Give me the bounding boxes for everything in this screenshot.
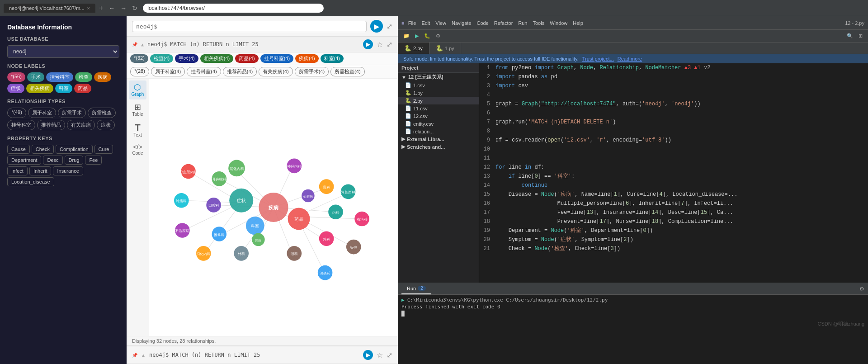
file-2py[interactable]: 🐍2.py [398, 97, 479, 104]
bottom-run-button[interactable]: ▶ [363, 350, 373, 360]
prop-drug[interactable]: Drug [65, 156, 84, 165]
filter-rel-related[interactable]: 有关疾病(4) [259, 67, 292, 76]
menu-edit[interactable]: Edit [421, 20, 430, 26]
filter-surgery[interactable]: 手术(4) [175, 54, 198, 63]
rel-chip-needs-surgery[interactable]: 所需手术 [58, 108, 86, 118]
database-select[interactable]: neo4j [7, 45, 119, 58]
label-chip-all[interactable]: *(56) [7, 72, 25, 82]
prop-insurance[interactable]: Insurance [53, 166, 83, 175]
prop-cure[interactable]: Cure [94, 145, 113, 154]
bottom-star-btn[interactable]: ☆ [377, 351, 383, 359]
label-chip-drug[interactable]: 药品 [74, 84, 91, 93]
file-relation[interactable]: 📄relation... [398, 128, 479, 135]
filter-all[interactable]: *(32) [130, 54, 148, 63]
filter-drug[interactable]: 药品(4) [235, 54, 258, 63]
graph-view-button[interactable]: ⬡ Graph [129, 80, 147, 99]
toolbar-folder[interactable]: 📁 [401, 32, 411, 40]
toolbar-settings[interactable]: ⚙ [434, 32, 442, 40]
forward-button[interactable]: → [118, 4, 128, 13]
menu-tools[interactable]: Tools [533, 20, 545, 26]
rel-chip-symptom[interactable]: 症状 [97, 120, 115, 130]
run-tab[interactable]: Run 2 [401, 283, 431, 294]
label-chip-dept[interactable]: 挂号科室 [46, 72, 73, 82]
prop-cause[interactable]: Cause [7, 145, 30, 154]
rel-chip-register[interactable]: 挂号科室 [7, 120, 35, 130]
rel-chip-related-disease[interactable]: 有关疾病 [67, 120, 95, 130]
bottom-pin-icon[interactable]: 📌 [132, 353, 137, 358]
filter-rel-belongs[interactable]: 属于科室(4) [151, 67, 185, 76]
label-chip-surgery[interactable]: 手术 [27, 72, 44, 82]
rel-chip-needs-check[interactable]: 所需检查 [88, 108, 116, 118]
toolbar-debug[interactable]: 🐛 [422, 32, 432, 40]
toolbar-run[interactable]: ▶ [413, 32, 420, 40]
top-run-button[interactable]: ▶ [370, 20, 383, 33]
pin-icon[interactable]: 📌 [132, 42, 137, 47]
new-tab-btn[interactable]: + [99, 4, 103, 12]
bottom-expand-btn[interactable]: ⤢ [387, 351, 392, 359]
rel-chip-recommend-drug[interactable]: 推荐药品 [37, 120, 65, 130]
label-chip-related[interactable]: 相关疾病 [26, 84, 53, 93]
tab-close-icon[interactable]: × [87, 5, 90, 11]
result-run-button[interactable]: ▶ [363, 39, 373, 49]
tab-2py[interactable]: 🐍 2.py [398, 43, 429, 54]
filter-rel-surgery[interactable]: 所需手术(4) [295, 67, 329, 76]
bottom-collapse-icon[interactable]: ▲ [141, 353, 146, 358]
top-query-input[interactable] [132, 21, 367, 32]
filter-rel-register[interactable]: 挂号科室(4) [187, 67, 221, 76]
rel-chip-belongs[interactable]: 属于科室 [28, 108, 56, 118]
file-12csv[interactable]: 📄12.csv [398, 112, 479, 120]
scratches[interactable]: ▶ Scratches and... [398, 143, 479, 151]
address-bar[interactable]: localhost:7474/browser/ [143, 4, 324, 13]
filter-rel-all[interactable]: *(28) [130, 67, 149, 76]
file-11csv[interactable]: 📄11.csv [398, 104, 479, 112]
prop-fee[interactable]: Fee [85, 156, 102, 165]
menu-window[interactable]: Window [550, 20, 567, 26]
filter-related-disease[interactable]: 相关疾病(4) [200, 54, 233, 63]
file-1csv[interactable]: 📄1.csv [398, 81, 479, 89]
table-view-button[interactable]: ⊞ Table [130, 100, 146, 119]
external-libs[interactable]: ▶ External Libra... [398, 135, 479, 143]
label-chip-dept2[interactable]: 科室 [55, 84, 72, 93]
prop-complication[interactable]: Complication [56, 145, 93, 154]
label-chip-check[interactable]: 检查 [75, 72, 92, 82]
trust-project-link[interactable]: Trust project... [582, 56, 614, 61]
text-view-button[interactable]: T Text [131, 120, 144, 140]
label-chip-symptom[interactable]: 症状 [7, 84, 24, 93]
toolbar-terminal[interactable]: ⊞ [857, 32, 864, 40]
filter-disease[interactable]: 疾病(4) [295, 54, 318, 63]
menu-file[interactable]: File [408, 20, 416, 26]
result-star-btn[interactable]: ☆ [377, 40, 383, 49]
prop-department[interactable]: Department [7, 156, 41, 165]
browser-tab[interactable]: neo4j@neo4j://localhost:7687/m... × [4, 4, 95, 13]
back-button[interactable]: ← [107, 4, 117, 13]
refresh-button[interactable]: ↻ [130, 4, 139, 13]
file-tree-root[interactable]: ▼ 12 [三元组关系] [398, 73, 479, 81]
filter-check[interactable]: 检查(4) [150, 54, 173, 63]
menu-view[interactable]: View [435, 20, 446, 26]
filter-rel-recommend[interactable]: 推荐药品(4) [223, 67, 257, 76]
collapse-icon[interactable]: ▲ [141, 42, 144, 47]
menu-run[interactable]: Run [518, 20, 527, 26]
graph-canvas[interactable]: 疾病 症状 药品 科室 消化内科 [149, 79, 398, 336]
tab-1py[interactable]: 🐍 1.py [429, 43, 461, 54]
file-1py[interactable]: 🐍1.py [398, 89, 479, 97]
menu-code[interactable]: Code [476, 20, 488, 26]
read-more-link[interactable]: Read more [618, 56, 642, 61]
filter-dept[interactable]: 科室(4) [321, 54, 344, 63]
prop-location[interactable]: Location_disease [7, 177, 54, 186]
rel-chip-all[interactable]: *(49) [7, 108, 26, 118]
label-chip-disease[interactable]: 疾病 [94, 72, 111, 82]
code-editor[interactable]: 1 from py2neo import Graph, Node, Relati… [479, 63, 868, 283]
filter-register[interactable]: 挂号科室(4) [260, 54, 293, 63]
result-expand-btn[interactable]: ⤢ [387, 40, 392, 49]
top-expand-btn[interactable]: ⤢ [387, 22, 392, 31]
prop-check[interactable]: Check [32, 145, 54, 154]
menu-refactor[interactable]: Refactor [494, 20, 513, 26]
filter-rel-check[interactable]: 所需检查(4) [330, 67, 364, 76]
prop-desc[interactable]: Desc [43, 156, 62, 165]
prop-inherit[interactable]: Inherit [29, 166, 52, 175]
code-view-button[interactable]: </> Code [130, 141, 146, 158]
toolbar-search[interactable]: 🔍 [845, 32, 855, 40]
file-entity[interactable]: 📄entity.csv [398, 120, 479, 128]
menu-help[interactable]: Help [573, 20, 583, 26]
